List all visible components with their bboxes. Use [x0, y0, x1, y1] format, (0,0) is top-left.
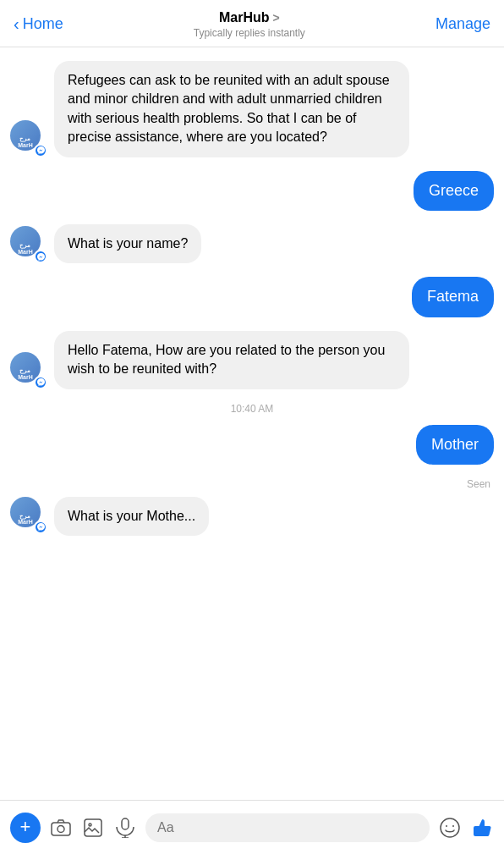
bot-subtitle: Typically replies instantly — [63, 27, 436, 39]
messenger-icon-2 — [37, 253, 45, 261]
user-message-row-mother: Mother — [0, 425, 504, 465]
messenger-icon — [37, 146, 45, 154]
bot-avatar-4: مرحMarH — [10, 497, 47, 534]
user-bubble-greece: Greece — [414, 171, 494, 211]
emoji-button[interactable] — [438, 816, 462, 840]
svg-point-9 — [452, 825, 454, 827]
bot-avatar-text: مرحMarH — [18, 135, 33, 148]
user-message-mother: Mother — [431, 436, 479, 453]
bot-bubble-2: What is your name? — [54, 224, 201, 263]
thumbs-up-icon — [471, 817, 493, 839]
user-message-greece: Greece — [429, 182, 479, 199]
home-button[interactable]: ‹ Home — [14, 14, 63, 34]
text-input-container[interactable] — [145, 813, 430, 842]
svg-rect-0 — [52, 823, 70, 835]
partial-bot-message-row: مرحMarH What is your Mothe... — [0, 497, 504, 536]
plus-icon: + — [20, 818, 31, 836]
input-bar: + — [0, 800, 504, 854]
svg-rect-2 — [85, 819, 101, 836]
partial-bot-message-text: What is your Mothe... — [68, 509, 195, 523]
manage-button[interactable]: Manage — [436, 15, 490, 33]
chat-header: ‹ Home MarHub > Typically replies instan… — [0, 0, 504, 47]
chevron-right-icon: > — [273, 11, 280, 25]
messenger-badge-icon-4 — [34, 521, 47, 534]
back-chevron-icon: ‹ — [14, 14, 19, 34]
user-bubble-mother: Mother — [416, 425, 494, 465]
user-message-fatema: Fatema — [427, 288, 479, 305]
messenger-badge-icon — [34, 144, 47, 157]
bot-message-row-3: مرحMarH Hello Fatema, How are you relate… — [0, 331, 504, 389]
message-input[interactable] — [157, 820, 418, 835]
svg-point-8 — [446, 825, 447, 827]
header-center: MarHub > Typically replies instantly — [63, 10, 436, 39]
messenger-icon-3 — [37, 378, 45, 386]
bot-message-row: مرحMarH Refugees can ask to be reunited … — [0, 61, 504, 157]
bot-message-text-2: What is your name? — [68, 236, 188, 251]
messenger-icon-4 — [37, 523, 45, 531]
svg-point-7 — [441, 818, 459, 837]
seen-label: Seen — [0, 478, 504, 490]
camera-icon — [51, 818, 71, 838]
bot-avatar-text-2: مرحMarH — [18, 242, 33, 255]
bot-avatar-3: مرحMarH — [10, 352, 47, 389]
user-message-row-greece: Greece — [0, 171, 504, 211]
user-message-row-fatema: Fatema — [0, 277, 504, 317]
microphone-button[interactable] — [113, 816, 137, 840]
bot-avatar-2: مرحMarH — [10, 226, 47, 263]
bot-avatar-text-3: مرحMarH — [18, 367, 33, 380]
bot-message-row-2: مرحMarH What is your name? — [0, 224, 504, 263]
bot-avatar-text-4: مرحMarH — [18, 513, 33, 526]
messenger-badge-icon-3 — [34, 376, 47, 389]
svg-rect-4 — [122, 818, 129, 829]
bot-message-text-1: Refugees can ask to be reunited with an … — [68, 73, 390, 144]
bot-bubble-1: Refugees can ask to be reunited with an … — [54, 61, 409, 157]
messenger-badge-icon-2 — [34, 250, 47, 263]
bot-name: MarHub — [219, 10, 270, 25]
gallery-icon — [83, 818, 103, 838]
bot-message-text-3: Hello Fatema, How are you related to the… — [68, 343, 385, 376]
thumbs-up-button[interactable] — [470, 816, 494, 840]
chat-content: مرحMarH Refugees can ask to be reunited … — [0, 61, 504, 602]
svg-point-1 — [58, 825, 64, 832]
emoji-icon — [439, 817, 461, 839]
bot-bubble-3: Hello Fatema, How are you related to the… — [54, 331, 409, 389]
svg-point-3 — [89, 824, 91, 826]
microphone-icon — [116, 818, 134, 838]
user-bubble-fatema: Fatema — [412, 277, 494, 317]
bot-avatar: مرحMarH — [10, 120, 47, 157]
home-label[interactable]: Home — [23, 15, 63, 33]
timestamp: 10:40 AM — [0, 403, 504, 415]
bot-name-row[interactable]: MarHub > — [63, 10, 436, 25]
add-attachment-button[interactable]: + — [10, 813, 41, 843]
gallery-button[interactable] — [81, 816, 105, 840]
chat-area: مرحMarH Refugees can ask to be reunited … — [0, 47, 504, 784]
partial-bot-bubble: What is your Mothe... — [54, 497, 209, 536]
camera-button[interactable] — [49, 816, 73, 840]
